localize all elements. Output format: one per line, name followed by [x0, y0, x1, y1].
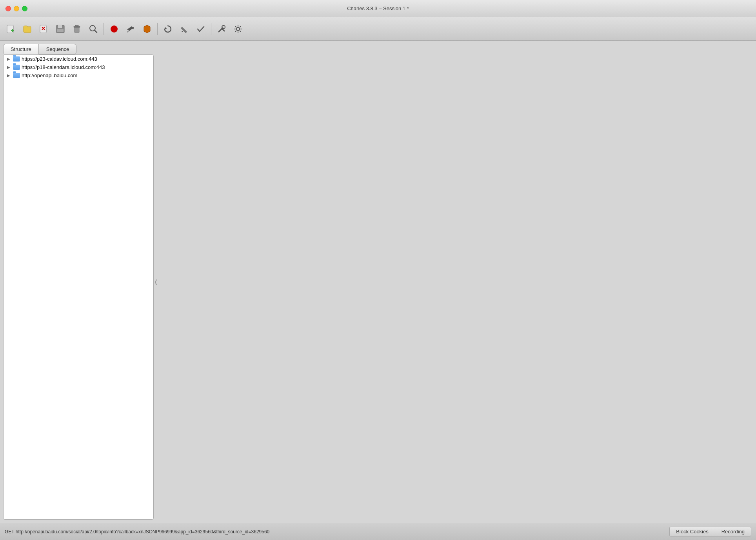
- throttle-button[interactable]: [123, 21, 138, 37]
- right-panel: [158, 41, 756, 523]
- list-item[interactable]: ▶ http://openapi.baidu.com: [4, 71, 153, 80]
- title-bar: Charles 3.8.3 – Session 1 *: [0, 0, 756, 17]
- svg-marker-18: [181, 31, 183, 32]
- svg-rect-17: [181, 27, 187, 33]
- svg-point-20: [222, 25, 225, 29]
- svg-rect-7: [58, 25, 62, 28]
- status-buttons: Block Cookies Recording: [669, 527, 751, 536]
- tree-item-label-1: https://p23-caldav.icloud.com:443: [22, 56, 97, 62]
- recording-button[interactable]: Recording: [715, 527, 751, 536]
- status-text: GET http://openapi.baidu.com/social/api/…: [5, 529, 669, 535]
- tools-button[interactable]: [214, 21, 229, 37]
- record-button[interactable]: [106, 21, 122, 37]
- separator-3: [211, 23, 211, 35]
- tree-panel[interactable]: ▶ https://p23-caldav.icloud.com:443 ▶ ht…: [3, 54, 154, 520]
- folder-icon-3: [13, 73, 20, 78]
- close-session-button[interactable]: [36, 21, 52, 37]
- breakpoint-button[interactable]: [139, 21, 155, 37]
- svg-rect-11: [75, 25, 78, 26]
- svg-point-22: [236, 27, 240, 31]
- save-session-button[interactable]: [53, 21, 68, 37]
- check-button[interactable]: [193, 21, 209, 37]
- svg-marker-16: [165, 27, 167, 29]
- expand-arrow-3[interactable]: ▶: [6, 73, 11, 78]
- open-session-button[interactable]: [20, 21, 35, 37]
- edit-button[interactable]: [176, 21, 192, 37]
- tree-item-label-3: http://openapi.baidu.com: [22, 72, 77, 78]
- settings-button[interactable]: [230, 21, 246, 37]
- back-button[interactable]: [160, 21, 176, 37]
- list-item[interactable]: ▶ https://p18-calendars.icloud.com:443: [4, 63, 153, 71]
- tabs-container: Structure Sequence: [0, 41, 157, 54]
- left-panel: Structure Sequence ▶ https://p23-caldav.…: [0, 41, 157, 523]
- main-content: Structure Sequence ▶ https://p23-caldav.…: [0, 41, 756, 523]
- maximize-button[interactable]: [22, 6, 27, 11]
- window-title: Charles 3.8.3 – Session 1 *: [347, 5, 409, 11]
- status-bar: GET http://openapi.baidu.com/social/api/…: [0, 523, 756, 540]
- close-button[interactable]: [5, 6, 11, 11]
- separator-2: [157, 23, 158, 35]
- svg-line-21: [222, 29, 224, 31]
- separator-1: [104, 23, 104, 35]
- panel-resizer[interactable]: [157, 41, 158, 523]
- expand-arrow-1[interactable]: ▶: [6, 56, 11, 62]
- folder-icon-1: [13, 56, 20, 62]
- new-session-button[interactable]: [3, 21, 19, 37]
- svg-point-14: [111, 25, 118, 33]
- folder-icon-2: [13, 65, 20, 70]
- minimize-button[interactable]: [14, 6, 19, 11]
- toolbar: [0, 17, 756, 41]
- tab-structure[interactable]: Structure: [3, 44, 39, 54]
- find-button[interactable]: [85, 21, 101, 37]
- svg-rect-8: [57, 29, 64, 32]
- traffic-lights[interactable]: [5, 6, 27, 11]
- svg-marker-15: [144, 25, 150, 33]
- svg-line-13: [94, 30, 97, 33]
- list-item[interactable]: ▶ https://p23-caldav.icloud.com:443: [4, 55, 153, 63]
- expand-arrow-2[interactable]: ▶: [6, 65, 11, 70]
- tab-sequence[interactable]: Sequence: [39, 44, 77, 54]
- import-button[interactable]: [69, 21, 85, 37]
- block-cookies-button[interactable]: Block Cookies: [669, 527, 714, 536]
- svg-rect-9: [75, 27, 79, 33]
- tree-item-label-2: https://p18-calendars.icloud.com:443: [22, 64, 105, 70]
